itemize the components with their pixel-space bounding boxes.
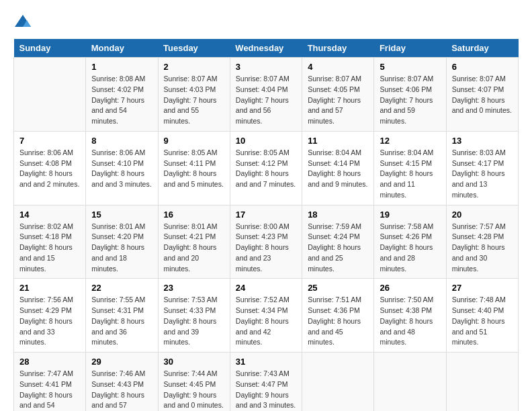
day-number: 8 [91,136,152,146]
day-info: Sunrise: 7:59 AMSunset: 4:24 PMDaylight:… [308,222,368,275]
day-info: Sunrise: 8:02 AMSunset: 4:18 PMDaylight:… [19,222,80,275]
day-info: Sunrise: 7:50 AMSunset: 4:38 PMDaylight:… [380,295,440,348]
calendar-cell: 10Sunrise: 8:05 AMSunset: 4:12 PMDayligh… [230,131,302,205]
weekday-header-row: SundayMondayTuesdayWednesdayThursdayFrid… [14,39,519,58]
day-number: 19 [380,210,440,220]
day-info: Sunrise: 7:53 AMSunset: 4:33 PMDaylight:… [164,295,224,348]
day-number: 31 [236,357,296,367]
day-number: 10 [236,136,296,146]
calendar-table: SundayMondayTuesdayWednesdayThursdayFrid… [13,39,519,411]
day-info: Sunrise: 8:05 AMSunset: 4:12 PMDaylight:… [236,148,296,190]
day-number: 26 [380,283,440,293]
weekday-header-monday: Monday [86,39,158,58]
day-number: 25 [308,283,368,293]
calendar-cell: 22Sunrise: 7:55 AMSunset: 4:31 PMDayligh… [86,279,158,353]
weekday-header-thursday: Thursday [302,39,374,58]
calendar-cell: 15Sunrise: 8:01 AMSunset: 4:20 PMDayligh… [86,205,158,279]
day-info: Sunrise: 8:05 AMSunset: 4:11 PMDaylight:… [164,148,224,190]
day-number: 14 [19,210,80,220]
calendar-cell: 27Sunrise: 7:48 AMSunset: 4:40 PMDayligh… [446,279,518,353]
page-header [13,13,519,32]
day-info: Sunrise: 7:55 AMSunset: 4:31 PMDaylight:… [91,295,152,348]
weekday-header-friday: Friday [374,39,446,58]
calendar-cell: 1Sunrise: 8:08 AMSunset: 4:02 PMDaylight… [86,58,158,132]
calendar-cell: 28Sunrise: 7:47 AMSunset: 4:41 PMDayligh… [14,353,86,412]
day-info: Sunrise: 7:44 AMSunset: 4:45 PMDaylight:… [164,369,224,411]
calendar-cell [374,353,446,412]
calendar-cell: 18Sunrise: 7:59 AMSunset: 4:24 PMDayligh… [302,205,374,279]
calendar-cell: 31Sunrise: 7:43 AMSunset: 4:47 PMDayligh… [230,353,302,412]
weekday-header-tuesday: Tuesday [158,39,230,58]
day-info: Sunrise: 8:07 AMSunset: 4:05 PMDaylight:… [308,74,368,127]
day-number: 15 [91,210,152,220]
weekday-header-sunday: Sunday [14,39,86,58]
day-number: 13 [452,136,513,146]
calendar-cell: 26Sunrise: 7:50 AMSunset: 4:38 PMDayligh… [374,279,446,353]
day-number: 7 [19,136,80,146]
day-number: 24 [236,283,296,293]
day-info: Sunrise: 7:51 AMSunset: 4:36 PMDaylight:… [308,295,368,348]
day-info: Sunrise: 7:47 AMSunset: 4:41 PMDaylight:… [19,369,80,411]
day-number: 6 [452,62,513,72]
day-info: Sunrise: 7:56 AMSunset: 4:29 PMDaylight:… [19,295,80,348]
day-info: Sunrise: 7:52 AMSunset: 4:34 PMDaylight:… [236,295,296,348]
calendar-cell: 4Sunrise: 8:07 AMSunset: 4:05 PMDaylight… [302,58,374,132]
day-number: 18 [308,210,368,220]
day-info: Sunrise: 8:01 AMSunset: 4:21 PMDaylight:… [164,222,224,275]
day-number: 20 [452,210,513,220]
day-number: 30 [164,357,224,367]
calendar-cell: 13Sunrise: 8:03 AMSunset: 4:17 PMDayligh… [446,131,518,205]
calendar-cell: 17Sunrise: 8:00 AMSunset: 4:23 PMDayligh… [230,205,302,279]
calendar-week-row: 21Sunrise: 7:56 AMSunset: 4:29 PMDayligh… [14,279,519,353]
day-info: Sunrise: 8:06 AMSunset: 4:10 PMDaylight:… [91,148,152,190]
day-info: Sunrise: 7:58 AMSunset: 4:26 PMDaylight:… [380,222,440,275]
day-number: 2 [164,62,224,72]
day-number: 27 [452,283,513,293]
calendar-cell: 6Sunrise: 8:07 AMSunset: 4:07 PMDaylight… [446,58,518,132]
weekday-header-saturday: Saturday [446,39,518,58]
day-number: 16 [164,210,224,220]
day-info: Sunrise: 7:46 AMSunset: 4:43 PMDaylight:… [91,369,152,411]
day-number: 17 [236,210,296,220]
day-info: Sunrise: 8:06 AMSunset: 4:08 PMDaylight:… [19,148,80,190]
calendar-cell: 23Sunrise: 7:53 AMSunset: 4:33 PMDayligh… [158,279,230,353]
calendar-week-row: 7Sunrise: 8:06 AMSunset: 4:08 PMDaylight… [14,131,519,205]
day-number: 29 [91,357,152,367]
calendar-cell: 29Sunrise: 7:46 AMSunset: 4:43 PMDayligh… [86,353,158,412]
day-info: Sunrise: 8:04 AMSunset: 4:15 PMDaylight:… [380,148,440,201]
calendar-cell: 24Sunrise: 7:52 AMSunset: 4:34 PMDayligh… [230,279,302,353]
calendar-cell: 25Sunrise: 7:51 AMSunset: 4:36 PMDayligh… [302,279,374,353]
calendar-cell: 3Sunrise: 8:07 AMSunset: 4:04 PMDaylight… [230,58,302,132]
calendar-week-row: 28Sunrise: 7:47 AMSunset: 4:41 PMDayligh… [14,353,519,412]
logo-icon [13,13,32,32]
day-number: 3 [236,62,296,72]
day-info: Sunrise: 8:04 AMSunset: 4:14 PMDaylight:… [308,148,368,190]
calendar-week-row: 1Sunrise: 8:08 AMSunset: 4:02 PMDaylight… [14,58,519,132]
calendar-cell: 7Sunrise: 8:06 AMSunset: 4:08 PMDaylight… [14,131,86,205]
day-info: Sunrise: 8:01 AMSunset: 4:20 PMDaylight:… [91,222,152,275]
calendar-week-row: 14Sunrise: 8:02 AMSunset: 4:18 PMDayligh… [14,205,519,279]
weekday-header-wednesday: Wednesday [230,39,302,58]
day-info: Sunrise: 8:08 AMSunset: 4:02 PMDaylight:… [91,74,152,127]
day-number: 21 [19,283,80,293]
day-number: 4 [308,62,368,72]
calendar-cell [446,353,518,412]
day-number: 5 [380,62,440,72]
day-info: Sunrise: 8:07 AMSunset: 4:06 PMDaylight:… [380,74,440,127]
day-info: Sunrise: 8:07 AMSunset: 4:07 PMDaylight:… [452,74,513,116]
calendar-cell: 30Sunrise: 7:44 AMSunset: 4:45 PMDayligh… [158,353,230,412]
calendar-cell: 9Sunrise: 8:05 AMSunset: 4:11 PMDaylight… [158,131,230,205]
calendar-cell: 5Sunrise: 8:07 AMSunset: 4:06 PMDaylight… [374,58,446,132]
calendar-cell: 8Sunrise: 8:06 AMSunset: 4:10 PMDaylight… [86,131,158,205]
calendar-cell: 19Sunrise: 7:58 AMSunset: 4:26 PMDayligh… [374,205,446,279]
calendar-cell: 20Sunrise: 7:57 AMSunset: 4:28 PMDayligh… [446,205,518,279]
day-number: 1 [91,62,152,72]
day-info: Sunrise: 8:03 AMSunset: 4:17 PMDaylight:… [452,148,513,201]
day-info: Sunrise: 7:48 AMSunset: 4:40 PMDaylight:… [452,295,513,348]
day-info: Sunrise: 7:57 AMSunset: 4:28 PMDaylight:… [452,222,513,275]
day-info: Sunrise: 8:00 AMSunset: 4:23 PMDaylight:… [236,222,296,275]
calendar-cell: 11Sunrise: 8:04 AMSunset: 4:14 PMDayligh… [302,131,374,205]
day-number: 9 [164,136,224,146]
calendar-cell: 16Sunrise: 8:01 AMSunset: 4:21 PMDayligh… [158,205,230,279]
logo [13,13,35,32]
